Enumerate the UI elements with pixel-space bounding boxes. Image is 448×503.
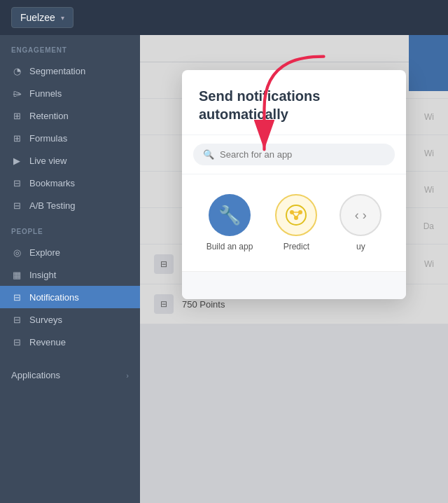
explore-icon: ◎ <box>11 247 22 258</box>
sidebar-item-live-view[interactable]: ▶ Live view <box>0 149 140 172</box>
sidebar-item-label: Retention <box>29 111 69 121</box>
applications-left: Applications <box>11 370 60 380</box>
svg-line-7 <box>296 212 300 218</box>
segmentation-icon: ◔ <box>11 65 22 76</box>
sidebar-item-surveys[interactable]: ⊟ Surveys <box>0 308 140 331</box>
sidebar-item-formulas[interactable]: ⊞ Formulas <box>0 127 140 149</box>
sidebar-item-label: Revenue <box>29 337 66 347</box>
sidebar-item-label: A/B Testing <box>29 200 76 211</box>
predict-icon-svg <box>284 202 309 228</box>
revenue-icon: ⊟ <box>11 336 22 347</box>
uy-icon-glyph: ‹ › <box>355 208 367 223</box>
workspace-selector[interactable]: Fuelzee ▾ <box>11 7 74 28</box>
svg-line-6 <box>292 212 296 218</box>
modal-title: Send notifications automatically <box>199 87 389 123</box>
modal-card: Send notifications automatically 🔍 🔧 Bui… <box>182 70 406 299</box>
sidebar-item-label: Surveys <box>29 315 62 325</box>
sidebar-item-segmentation[interactable]: ◔ Segmentation <box>0 60 140 82</box>
sidebar-item-label: Formulas <box>29 133 67 144</box>
ab-testing-icon: ⊟ <box>11 200 22 211</box>
formulas-icon: ⊞ <box>11 132 22 144</box>
sidebar-item-bookmarks[interactable]: ⊟ Bookmarks <box>0 172 140 194</box>
sidebar-item-label: Live view <box>29 156 66 166</box>
live-view-icon: ▶ <box>11 155 22 166</box>
bookmarks-icon: ⊟ <box>11 177 22 188</box>
main-layout: ENGAGEMENT ◔ Segmentation ⌲ Funnels ⊞ Re… <box>0 35 448 503</box>
search-input[interactable] <box>220 149 385 160</box>
chevron-down-icon: ▾ <box>61 14 64 22</box>
sidebar-item-funnels[interactable]: ⌲ Funnels <box>0 82 140 104</box>
sidebar-item-label: Segmentation <box>29 66 85 76</box>
sidebar-item-label: Applications <box>11 370 60 380</box>
app-item-uy[interactable]: ‹ › uy <box>334 188 387 257</box>
content-area: Sc ⇅ Wi Wi Wi Wi Da ⊟ 750 Point <box>140 35 448 503</box>
engagement-section: ENGAGEMENT ◔ Segmentation ⌲ Funnels ⊞ Re… <box>0 46 140 216</box>
predict-icon <box>275 194 317 236</box>
sidebar: ENGAGEMENT ◔ Segmentation ⌲ Funnels ⊞ Re… <box>0 35 140 503</box>
sidebar-item-notifications[interactable]: ⊟ Notifications <box>0 286 140 308</box>
sidebar-item-label: Explore <box>29 247 60 258</box>
chevron-right-icon: › <box>126 371 129 380</box>
surveys-icon: ⊟ <box>11 314 22 325</box>
uy-label: uy <box>356 242 365 252</box>
app-item-predict[interactable]: Predict <box>270 188 323 257</box>
people-section: PEOPLE ◎ Explore ▦ Insight ⊟ Notificatio… <box>0 228 140 353</box>
engagement-label: ENGAGEMENT <box>0 46 140 60</box>
workspace-name: Fuelzee <box>20 12 55 23</box>
people-label: PEOPLE <box>0 228 140 241</box>
sidebar-item-label: Bookmarks <box>29 178 75 188</box>
sidebar-item-label: Insight <box>29 270 56 280</box>
sidebar-item-insight[interactable]: ▦ Insight <box>0 263 140 286</box>
sidebar-item-explore[interactable]: ◎ Explore <box>0 241 140 263</box>
predict-label: Predict <box>284 242 309 252</box>
top-bar: Fuelzee ▾ <box>0 0 448 35</box>
modal-footer <box>182 271 406 299</box>
notifications-icon: ⊟ <box>11 291 22 303</box>
build-app-icon-glyph: 🔧 <box>218 205 241 226</box>
sidebar-item-retention[interactable]: ⊞ Retention <box>0 104 140 127</box>
sidebar-item-ab-testing[interactable]: ⊟ A/B Testing <box>0 194 140 216</box>
search-wrapper: 🔍 <box>193 144 395 165</box>
modal-overlay: Send notifications automatically 🔍 🔧 Bui… <box>140 35 448 503</box>
build-app-icon: 🔧 <box>209 194 251 236</box>
modal-search-section: 🔍 <box>182 135 406 174</box>
funnels-icon: ⌲ <box>11 88 22 99</box>
sidebar-item-label: Funnels <box>29 88 62 99</box>
search-icon: 🔍 <box>203 149 214 160</box>
app-item-build-app[interactable]: 🔧 Build an app <box>201 188 259 257</box>
svg-point-1 <box>286 205 306 225</box>
uy-icon: ‹ › <box>340 194 382 236</box>
sidebar-item-label: Notifications <box>29 292 79 303</box>
retention-icon: ⊞ <box>11 110 22 121</box>
sidebar-item-applications[interactable]: Applications › <box>0 364 140 386</box>
sidebar-item-revenue[interactable]: ⊟ Revenue <box>0 331 140 353</box>
modal-apps-grid: 🔧 Build an app <box>182 174 406 271</box>
insight-icon: ▦ <box>11 269 22 280</box>
build-app-label: Build an app <box>206 242 253 252</box>
modal-header: Send notifications automatically <box>182 70 406 135</box>
